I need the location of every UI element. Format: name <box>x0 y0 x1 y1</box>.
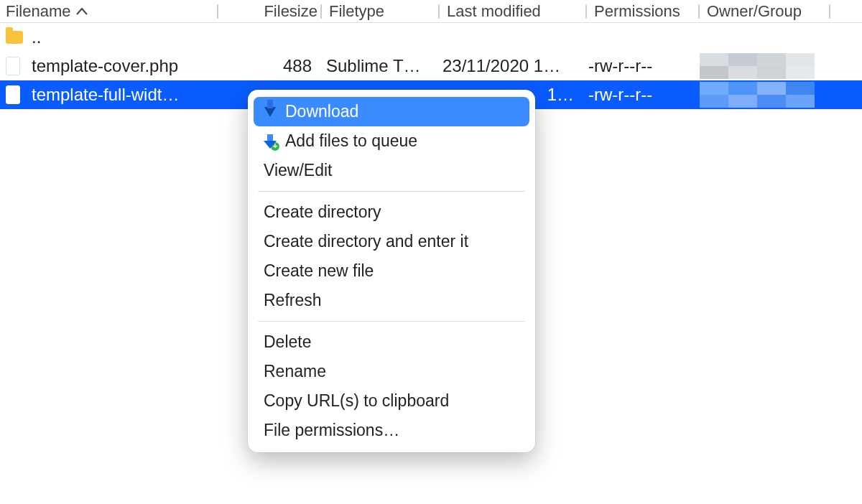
file-name-cell: .. <box>24 23 217 52</box>
menu-item-create-directory-enter[interactable]: Create directory and enter it <box>254 227 529 256</box>
menu-item-download[interactable]: Download <box>254 97 529 126</box>
menu-item-delete[interactable]: Delete <box>254 327 529 357</box>
menu-item-view-edit[interactable]: View/Edit <box>254 156 529 185</box>
header-owner-group[interactable]: Owner/Group <box>700 0 829 22</box>
file-modified-cell: 23/11/2020 1… <box>435 52 581 80</box>
menu-label: Rename <box>264 362 326 381</box>
file-permissions: -rw-r--r-- <box>588 85 652 105</box>
menu-label: Refresh <box>264 291 322 310</box>
file-size: 488 <box>283 56 312 76</box>
file-name: .. <box>32 27 41 47</box>
download-icon <box>259 107 281 117</box>
parent-directory-row[interactable]: .. <box>0 23 862 52</box>
context-menu: Download + Add files to queue View/Edit … <box>248 90 535 452</box>
menu-separator <box>258 321 525 322</box>
file-owner-cell <box>692 52 822 80</box>
header-filetype-label: Filetype <box>329 2 384 21</box>
redacted-owner <box>700 53 815 79</box>
file-type-cell: Sublime T… <box>319 52 435 80</box>
menu-label: Create new file <box>264 261 374 281</box>
file-owner-cell <box>692 80 822 109</box>
menu-label: Copy URL(s) to clipboard <box>264 391 449 411</box>
menu-item-file-permissions[interactable]: File permissions… <box>254 416 529 445</box>
file-icon <box>0 57 24 75</box>
file-name-cell: template-full-widt… <box>24 80 217 109</box>
menu-label: Delete <box>264 332 311 352</box>
menu-item-create-directory[interactable]: Create directory <box>254 197 529 227</box>
menu-item-add-to-queue[interactable]: + Add files to queue <box>254 126 529 156</box>
folder-icon <box>0 31 24 44</box>
menu-label: Create directory <box>264 202 381 222</box>
add-to-queue-icon: + <box>259 134 281 149</box>
file-name: template-cover.php <box>32 56 178 76</box>
file-row[interactable]: template-cover.php 488 Sublime T… 23/11/… <box>0 52 862 80</box>
sort-ascending-icon <box>76 8 88 15</box>
menu-item-create-new-file[interactable]: Create new file <box>254 256 529 286</box>
header-filesize[interactable]: Filesize <box>218 0 320 22</box>
header-filename[interactable]: Filename <box>0 0 217 22</box>
menu-label: View/Edit <box>264 161 332 180</box>
file-size-cell: 488 <box>217 52 319 80</box>
file-modified: 1… <box>547 85 574 105</box>
header-last-modified[interactable]: Last modified <box>440 0 585 22</box>
column-divider[interactable] <box>829 4 830 19</box>
menu-label: File permissions… <box>264 421 399 440</box>
file-modified: 23/11/2020 1… <box>442 56 560 76</box>
header-permissions-label: Permissions <box>594 2 680 21</box>
header-filetype[interactable]: Filetype <box>322 0 438 22</box>
file-icon <box>0 85 24 104</box>
redacted-owner <box>700 82 815 108</box>
file-name-cell: template-cover.php <box>24 52 217 80</box>
file-permissions-cell: -rw-r--r-- <box>581 52 692 80</box>
header-owner-label: Owner/Group <box>707 2 802 21</box>
file-type: Sublime T… <box>326 56 421 76</box>
file-permissions-cell: -rw-r--r-- <box>581 80 692 109</box>
menu-item-rename[interactable]: Rename <box>254 357 529 386</box>
header-permissions[interactable]: Permissions <box>587 0 698 22</box>
menu-label: Create directory and enter it <box>264 232 468 251</box>
file-permissions: -rw-r--r-- <box>588 56 652 76</box>
file-name: template-full-widt… <box>32 85 179 105</box>
column-header-row: Filename Filesize Filetype Last modified… <box>0 0 862 23</box>
menu-separator <box>258 191 525 192</box>
menu-item-refresh[interactable]: Refresh <box>254 286 529 315</box>
menu-label: Add files to queue <box>285 131 417 151</box>
header-modified-label: Last modified <box>447 2 541 21</box>
header-filename-label: Filename <box>6 2 70 21</box>
menu-item-copy-url[interactable]: Copy URL(s) to clipboard <box>254 386 529 416</box>
menu-label: Download <box>285 102 358 121</box>
header-filesize-label: Filesize <box>264 2 318 21</box>
